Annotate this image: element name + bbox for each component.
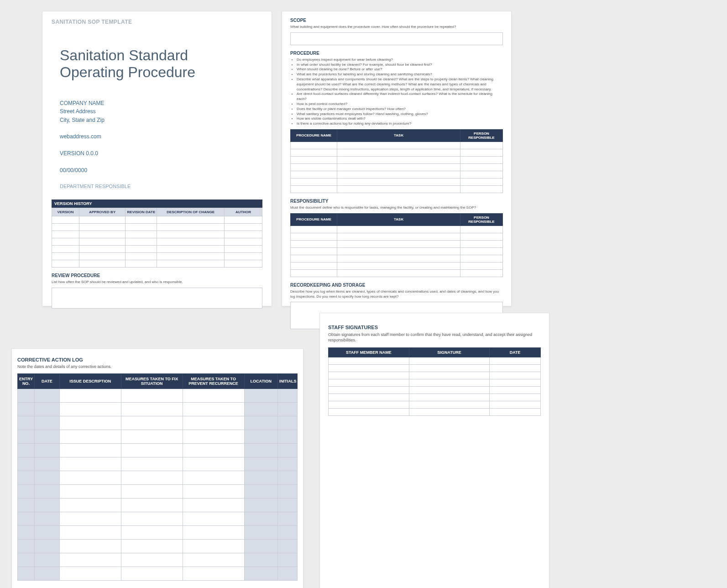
rt-col-task: TASK [337,213,460,226]
page-body: SCOPE What building and equipment does t… [282,11,512,306]
ca-col-location: LOCATION [244,374,278,389]
company-block: COMPANY NAME Street Address City, State … [60,99,262,191]
table-row[interactable] [291,156,503,163]
list-item: Are direct food-contact surfaces cleaned… [297,92,503,102]
table-row[interactable] [291,233,503,240]
version-history-section: VERSION HISTORY VERSION APPROVED BY REVI… [52,200,262,268]
table-row[interactable] [291,163,503,171]
recordkeeping-heading: RECORDKEEPING AND STORAGE [290,283,503,288]
table-row[interactable] [18,389,298,403]
version-history-table: VERSION APPROVED BY REVISION DATE DESCRI… [52,208,262,268]
list-item: Is there a corrective-actions log for no… [297,121,503,126]
review-input-box[interactable] [52,288,262,309]
pt-col-task: TASK [337,129,460,142]
table-row[interactable] [291,185,503,193]
table-row[interactable] [291,240,503,247]
table-row[interactable] [18,540,298,553]
signatures-desc: Obtain signatures from each staff member… [328,332,541,343]
table-row[interactable] [52,224,262,231]
scope-desc: What building and equipment does the pro… [290,25,503,30]
document-title: Sanitation Standard Operating Procedure [60,47,262,81]
pt-col-name: PROCEDURE NAME [291,129,337,142]
responsibility-desc: Must the document define who is responsi… [290,205,503,210]
table-row[interactable] [291,247,503,255]
table-row[interactable] [18,512,298,526]
table-row[interactable] [291,262,503,269]
table-row[interactable] [18,471,298,485]
scope-input-box[interactable] [290,32,503,45]
table-row[interactable] [52,253,262,260]
table-row[interactable] [291,142,503,149]
table-row[interactable] [329,409,541,416]
responsibility-table: PROCEDURE NAME TASK PERSON RESPONSIBLE [290,213,503,277]
table-row[interactable] [18,403,298,416]
table-row[interactable] [18,485,298,499]
signatures-table: STAFF MEMBER NAME SIGNATURE DATE [328,347,541,416]
table-row[interactable] [52,260,262,268]
list-item: Does the facility or plant manager condu… [297,107,503,112]
table-row[interactable] [18,457,298,471]
version-history-band: VERSION HISTORY [52,200,262,208]
template-header: SANITATION SOP TEMPLATE [52,19,262,25]
company-street: Street Address [60,107,262,116]
table-row[interactable] [18,553,298,567]
page-corrective-action: CORRECTIVE ACTION LOG Note the dates and… [11,348,303,588]
table-row[interactable] [329,394,541,401]
list-item: How are visible contaminations dealt wit… [297,116,503,121]
company-city: City, State and Zip [60,116,262,125]
table-row[interactable] [52,216,262,224]
vh-col-approved: APPROVED BY [79,208,125,216]
rt-col-name: PROCEDURE NAME [291,213,337,226]
table-row[interactable] [52,238,262,246]
company-name: COMPANY NAME [60,99,262,108]
sig-col-signature: SIGNATURE [409,348,490,357]
table-row[interactable] [329,372,541,379]
table-row[interactable] [329,357,541,365]
ca-col-date: DATE [34,374,59,389]
table-row[interactable] [52,231,262,238]
table-row[interactable] [291,178,503,185]
pt-col-person: PERSON RESPONSIBLE [460,129,502,142]
procedure-table: PROCEDURE NAME TASK PERSON RESPONSIBLE [290,129,503,193]
table-row[interactable] [291,149,503,156]
table-row[interactable] [329,379,541,387]
table-row[interactable] [329,401,541,409]
table-row[interactable] [291,171,503,178]
table-row[interactable] [18,567,298,581]
vh-col-author: AUTHOR [224,208,262,216]
table-row[interactable] [18,430,298,444]
table-row[interactable] [18,499,298,512]
ca-col-entry: ENTRY NO. [18,374,35,389]
table-row[interactable] [291,255,503,262]
recordkeeping-desc: Describe how you log when items are clea… [290,289,503,299]
list-item: When should cleaning be done? Before or … [297,67,503,72]
table-row[interactable] [18,526,298,540]
table-row[interactable] [291,226,503,233]
rt-col-person: PERSON RESPONSIBLE [460,213,502,226]
list-item: What are the procedures for labeling and… [297,72,503,77]
table-row[interactable] [52,246,262,253]
table-row[interactable] [329,387,541,394]
page-signatures: STAFF SIGNATURES Obtain signatures from … [319,313,549,588]
list-item: In what order should facility be cleaned… [297,63,503,68]
review-desc: List how often the SOP should be reviewe… [52,280,262,285]
table-row[interactable] [329,365,541,372]
procedure-heading: PROCEDURE [290,51,503,56]
list-item: Describe what apparatus and components s… [297,77,503,92]
procedure-bullets: Do employees inspect equipment for wear … [297,58,503,126]
ca-col-initials: INITIALS [278,374,298,389]
table-row[interactable] [18,444,298,457]
corrective-desc: Note the dates and details of any correc… [17,364,298,369]
ca-col-prevent: MEASURES TAKEN TO PREVENT RECURRENCE [183,374,244,389]
signatures-heading: STAFF SIGNATURES [328,325,541,330]
company-web: webaddress.com [60,132,262,141]
responsibility-heading: RESPONSIBILITY [290,199,503,204]
corrective-heading: CORRECTIVE ACTION LOG [17,357,298,362]
table-row[interactable] [18,416,298,430]
version-text: VERSION 0.0.0 [60,149,262,158]
ca-col-fix: MEASURES TAKEN TO FIX SITUATION [121,374,183,389]
review-heading: REVIEW PROCEDURE [52,273,262,278]
scope-heading: SCOPE [290,18,503,23]
table-row[interactable] [291,269,503,277]
vh-col-revdate: REVISION DATE [126,208,157,216]
